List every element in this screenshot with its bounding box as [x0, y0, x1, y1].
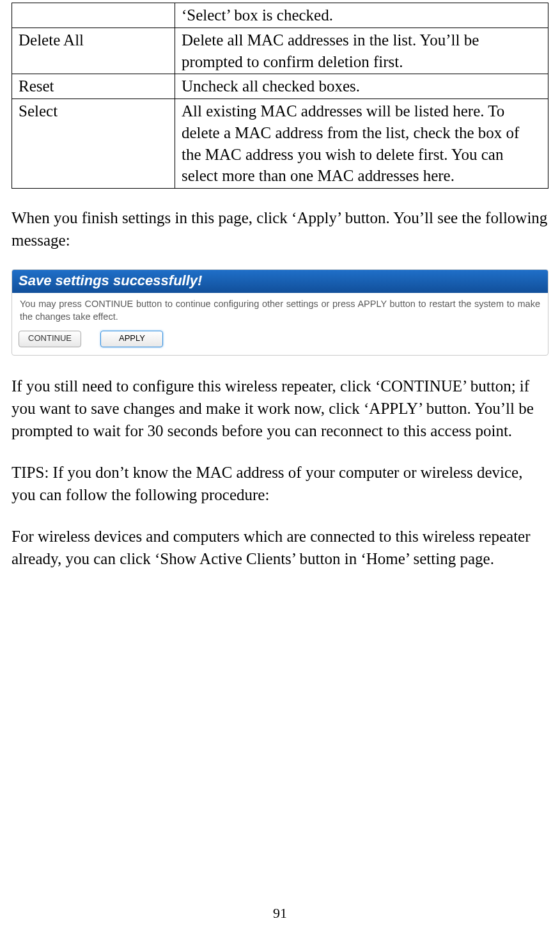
- desc-cell: Delete all MAC addresses in the list. Yo…: [175, 28, 548, 74]
- definitions-table: ‘Select’ box is checked. Delete All Dele…: [12, 3, 548, 189]
- paragraph: TIPS: If you don’t know the MAC address …: [12, 461, 548, 506]
- page-number: 91: [0, 905, 560, 922]
- term-cell: Reset: [12, 74, 175, 99]
- desc-cell: Uncheck all checked boxes.: [175, 74, 548, 99]
- paragraph: If you still need to configure this wire…: [12, 375, 548, 442]
- dialog-button-row: CONTINUE APPLY: [12, 329, 548, 355]
- term-cell: Select: [12, 99, 175, 189]
- save-settings-dialog: Save settings successfully! You may pres…: [12, 269, 548, 356]
- continue-button[interactable]: CONTINUE: [19, 331, 81, 347]
- term-cell: Delete All: [12, 28, 175, 74]
- paragraph: For wireless devices and computers which…: [12, 525, 548, 570]
- term-cell: [12, 3, 175, 28]
- table-row: Select All existing MAC addresses will b…: [12, 99, 548, 189]
- desc-cell: All existing MAC addresses will be liste…: [175, 99, 548, 189]
- table-row: ‘Select’ box is checked.: [12, 3, 548, 28]
- dialog-title: Save settings successfully!: [12, 270, 548, 293]
- desc-cell: ‘Select’ box is checked.: [175, 3, 548, 28]
- dialog-body-text: You may press CONTINUE button to continu…: [12, 293, 548, 329]
- document-page: ‘Select’ box is checked. Delete All Dele…: [0, 3, 560, 937]
- table-row: Reset Uncheck all checked boxes.: [12, 74, 548, 99]
- paragraph: When you finish settings in this page, c…: [12, 207, 548, 251]
- apply-button[interactable]: APPLY: [100, 331, 163, 347]
- table-row: Delete All Delete all MAC addresses in t…: [12, 28, 548, 74]
